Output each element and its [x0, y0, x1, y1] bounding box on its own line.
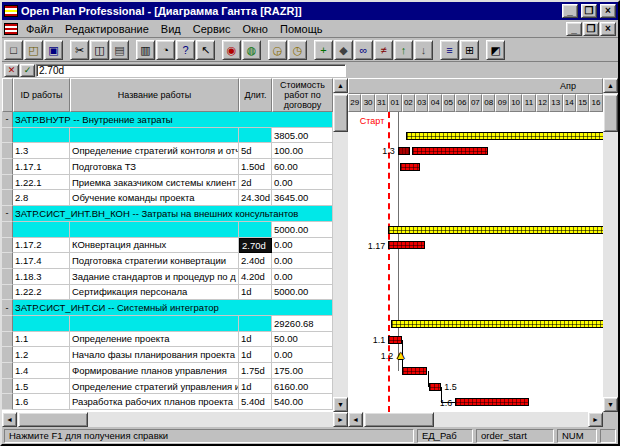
table-row[interactable]: 1.3Определение стратегий контоля и отч5d…	[2, 143, 333, 159]
cell-duration[interactable]: 5d	[239, 143, 272, 159]
cell-cost[interactable]: 5000.00	[272, 222, 333, 238]
table-row[interactable]: 1.6Разработка рабочих планов проекта5.40…	[2, 394, 333, 410]
cell-id[interactable]: 1.6	[13, 394, 70, 410]
cell-duration[interactable]: 2.70d	[239, 238, 272, 254]
cell-cost[interactable]: 540.00	[272, 394, 333, 410]
add-milestone-button[interactable]: ◆	[334, 40, 353, 60]
scrollbar-thumb[interactable]	[333, 94, 348, 132]
scroll-right-icon[interactable]: ►	[588, 412, 603, 427]
clock-late-button[interactable]: ◷	[288, 40, 307, 60]
group-label-cell[interactable]: ЗАТР.СИСТ_ИНТ.ВН_КОН -- Затраты на внешн…	[13, 206, 333, 222]
cell-cost[interactable]: 175.00	[272, 363, 333, 379]
cell-duration[interactable]: 24.30d	[239, 190, 272, 206]
cell-name[interactable]: КОнвертация данных	[70, 238, 239, 254]
cell-id[interactable]: 1.4	[13, 363, 70, 379]
table-row[interactable]: 1.22.2Сертификация персонала1d5000.00	[2, 285, 333, 301]
header-duration[interactable]: Длит.	[239, 78, 272, 112]
code-view-button[interactable]: ◩	[486, 40, 505, 60]
cell-cost[interactable]: 0.00	[272, 253, 333, 269]
table-row[interactable]: 1.17.4Подготовка стратегии конвертации2.…	[2, 253, 333, 269]
cell-id[interactable]: 1.17.4	[13, 253, 70, 269]
scroll-down-icon[interactable]: ▼	[603, 397, 618, 412]
cell-name[interactable]	[70, 128, 239, 144]
cell-name[interactable]: Приемка заказчиком системы клиент	[70, 175, 239, 191]
clock-early-button[interactable]: ◶	[268, 40, 287, 60]
collapse-toggle[interactable]: -	[2, 206, 13, 222]
child-minimize-button[interactable]: _	[566, 22, 582, 36]
gantt-horizontal-scrollbar[interactable]: ◄ ►	[348, 412, 603, 427]
cell-id[interactable]: 2.8	[13, 190, 70, 206]
cell-name[interactable]: Сертификация персонала	[70, 285, 239, 301]
table-row[interactable]: 1.17.1Подготовка ТЗ1.50d60.00	[2, 159, 333, 175]
header-id[interactable]: ID работы	[13, 78, 70, 112]
summary-bar[interactable]	[391, 320, 603, 328]
table-row[interactable]: -ЗАТР.СИСТ_ИНТ.СИ -- Системный интеграто…	[2, 300, 333, 316]
table-row[interactable]: 1.18.3Задание стандартов и процедур по д…	[2, 269, 333, 285]
group-label-cell[interactable]: ЗАТР.ВНУТР -- Внутренние затраты	[13, 112, 333, 128]
cell-cost[interactable]: 5000.00	[272, 285, 333, 301]
table-row[interactable]: 1.22.1Приемка заказчиком системы клиент2…	[2, 175, 333, 191]
collapse-toggle[interactable]: -	[2, 300, 13, 316]
cell-duration[interactable]: 2.40d	[239, 253, 272, 269]
cell-name[interactable]: Подготовка ТЗ	[70, 159, 239, 175]
summary-bar[interactable]	[388, 226, 603, 234]
cell-cost[interactable]: 100.00	[272, 143, 333, 159]
scroll-left-icon[interactable]: ◄	[2, 412, 17, 427]
cell-cost[interactable]: 0.00	[272, 175, 333, 191]
scroll-up-icon[interactable]: ▲	[333, 78, 348, 93]
cell-duration[interactable]: 1d	[239, 285, 272, 301]
cell-id[interactable]: 1.17.2	[13, 238, 70, 254]
minimize-button[interactable]: _	[562, 4, 578, 18]
menu-item-2[interactable]: Вид	[155, 21, 187, 37]
cell-name[interactable]: Формирование планов управления	[70, 363, 239, 379]
table-row[interactable]: 1.1Определение проекта1d50.00	[2, 332, 333, 348]
cell-id[interactable]	[13, 222, 70, 238]
cell-duration[interactable]	[239, 222, 272, 238]
task-bar[interactable]	[388, 336, 401, 344]
table-row[interactable]: 1.5Определение стратегий управления и1d6…	[2, 379, 333, 395]
cell-cost[interactable]: 60.00	[272, 159, 333, 175]
menu-item-1[interactable]: Редактирование	[59, 21, 155, 37]
cell-cost[interactable]: 29260.68	[272, 316, 333, 332]
cell-name[interactable]: Подготовка стратегии конвертации	[70, 253, 239, 269]
cell-id[interactable]: 1.3	[13, 143, 70, 159]
cell-name[interactable]: Задание стандартов и процедур по д	[70, 269, 239, 285]
cell-cost[interactable]: 0.00	[272, 347, 333, 363]
table-horizontal-scrollbar[interactable]: ◄ ►	[2, 412, 348, 427]
group-label-cell[interactable]: ЗАТР.СИСТ_ИНТ.СИ -- Системный интегратор	[13, 300, 333, 316]
close-button[interactable]: ×	[600, 4, 616, 18]
cell-cost[interactable]: 3645.00	[272, 190, 333, 206]
cell-name[interactable]	[70, 222, 239, 238]
table-row[interactable]: 29260.68	[2, 316, 333, 332]
scroll-right-icon[interactable]: ►	[333, 412, 348, 427]
cell-id[interactable]: 1.5	[13, 379, 70, 395]
cell-cost[interactable]: 50.00	[272, 332, 333, 348]
task-bar[interactable]	[429, 383, 442, 391]
cell-id[interactable]: 1.1	[13, 332, 70, 348]
header-cost[interactable]: Стоимость работ по договору	[272, 78, 333, 112]
cell-duration[interactable]	[239, 128, 272, 144]
cut-button[interactable]: ✂	[70, 40, 89, 60]
open-button[interactable]: ◰	[24, 40, 43, 60]
cell-duration[interactable]: 1.75d	[239, 363, 272, 379]
task-bar[interactable]	[455, 398, 529, 406]
cell-name[interactable]: Разработка рабочих планов проекта	[70, 394, 239, 410]
menu-item-4[interactable]: Окно	[236, 21, 274, 37]
cell-cost[interactable]: 0.00	[272, 238, 333, 254]
print-button[interactable]: ▥	[136, 40, 155, 60]
link-activities-button[interactable]: ∞	[354, 40, 373, 60]
table-row[interactable]: -ЗАТР.СИСТ_ИНТ.ВН_КОН -- Затраты на внеш…	[2, 206, 333, 222]
table-row[interactable]: 1.17.2КОнвертация данных2.70d0.00	[2, 238, 333, 254]
move-up-button[interactable]: ↑	[394, 40, 413, 60]
edit-accept-button[interactable]: ✓	[20, 64, 35, 77]
cell-duration[interactable]: 1d	[239, 332, 272, 348]
cell-id[interactable]: 1.22.2	[13, 285, 70, 301]
edit-value-input[interactable]: 2.70d	[36, 64, 346, 77]
cell-duration[interactable]: 2d	[239, 175, 272, 191]
target-red-button[interactable]: ◉	[222, 40, 241, 60]
task-bar[interactable]	[388, 241, 425, 249]
table-row[interactable]: 3805.00	[2, 128, 333, 144]
task-bar[interactable]	[412, 147, 488, 155]
target-green-button[interactable]: ◍	[242, 40, 261, 60]
cell-duration[interactable]	[239, 316, 272, 332]
